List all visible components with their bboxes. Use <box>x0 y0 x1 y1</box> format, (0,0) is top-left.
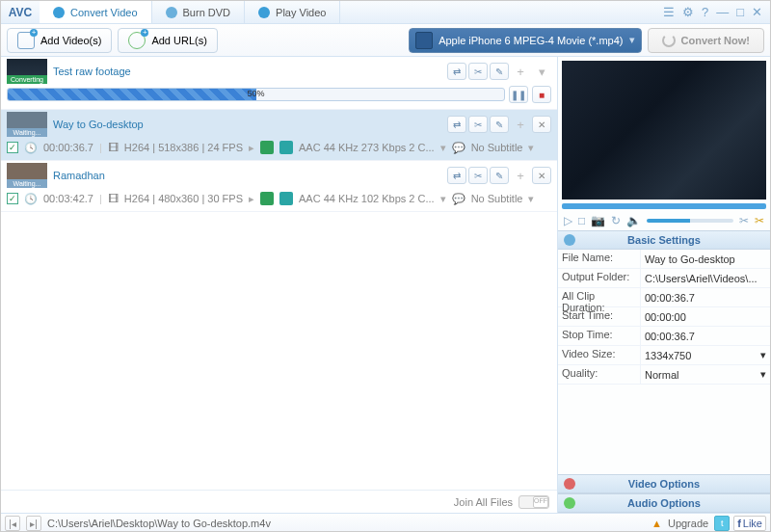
close-icon[interactable]: ✕ <box>752 5 762 19</box>
rotate-button[interactable]: ↻ <box>611 214 621 227</box>
swap-icon[interactable]: ⇄ <box>447 167 466 184</box>
play-button[interactable]: ▷ <box>564 214 572 227</box>
include-checkbox[interactable]: ✓ <box>7 142 18 153</box>
audio-options-header[interactable]: Audio Options <box>558 493 770 513</box>
remove-item-button[interactable]: ✕ <box>532 116 551 133</box>
output-profile-select[interactable]: Apple iPhone 6 MPEG-4 Movie (*.mp4) ▾ <box>409 28 641 53</box>
globe-icon: + <box>128 32 146 49</box>
audio-icon[interactable] <box>279 192 293 205</box>
gear-icon[interactable]: ⚙ <box>682 5 694 19</box>
item-title[interactable]: Way to Go-desktop <box>53 119 441 130</box>
setting-label: Quality: <box>558 365 641 384</box>
remove-item-button[interactable]: ✕ <box>532 167 551 184</box>
tab-label: Burn DVD <box>183 7 231 18</box>
snapshot-button[interactable]: 📷 <box>591 214 605 227</box>
button-label: Convert Now! <box>681 35 751 46</box>
twitter-button[interactable]: t <box>714 516 730 531</box>
video-size-select[interactable]: 1334x750▾ <box>641 346 770 364</box>
phone-icon[interactable] <box>260 192 274 205</box>
add-icon[interactable]: + <box>511 63 530 80</box>
duration-value: 00:00:36.7 <box>641 288 770 306</box>
tab-burn-dvd[interactable]: Burn DVD <box>152 1 246 23</box>
audio-dropdown[interactable]: ▾ <box>440 193 446 205</box>
subtitle-info: No Subtitle <box>471 193 523 204</box>
video-dropdown[interactable]: ▸ <box>249 142 254 154</box>
join-files-toggle[interactable]: OFF <box>518 495 549 509</box>
add-urls-button[interactable]: + Add URL(s) <box>118 28 217 53</box>
stop-button[interactable]: ■ <box>532 86 551 103</box>
maximize-icon[interactable]: □ <box>736 5 744 19</box>
help-icon[interactable]: ? <box>702 5 708 19</box>
subtitle-dropdown[interactable]: ▾ <box>528 142 534 154</box>
video-preview[interactable] <box>562 61 766 200</box>
volume-slider[interactable] <box>647 219 733 223</box>
video-dropdown[interactable]: ▸ <box>249 193 254 205</box>
wand-icon[interactable]: ✎ <box>490 116 509 133</box>
tab-convert-video[interactable]: Convert Video <box>40 1 152 23</box>
duration: 00:03:42.7 <box>43 193 93 204</box>
tab-play-video[interactable]: Play Video <box>245 1 340 23</box>
phone-icon[interactable] <box>260 141 274 154</box>
stop-button[interactable]: □ <box>578 214 585 227</box>
next-file-button[interactable]: ▸| <box>26 516 41 531</box>
setting-label: Video Size: <box>558 346 641 364</box>
setting-row: Video Size:1334x750▾ <box>558 346 770 365</box>
add-icon[interactable]: + <box>511 167 530 184</box>
seek-bar[interactable] <box>562 203 766 209</box>
chevron-down-icon: ▾ <box>760 368 766 381</box>
duration: 00:00:36.7 <box>43 142 93 153</box>
setting-row: File Name:Way to Go-desktop <box>558 250 770 269</box>
video-options-icon <box>564 478 575 490</box>
menu-icon[interactable]: ☰ <box>663 5 675 19</box>
setting-label: Start Time: <box>558 307 641 326</box>
mark-out-icon[interactable]: ✂ <box>755 214 764 227</box>
chevron-down-icon[interactable]: ▾ <box>532 63 551 80</box>
filename-field[interactable]: Way to Go-desktop <box>641 250 770 268</box>
refresh-icon <box>662 34 676 47</box>
cut-icon[interactable]: ✂ <box>468 63 488 80</box>
button-label: Add URL(s) <box>151 35 206 46</box>
subtitle-info: No Subtitle <box>471 142 523 153</box>
thumbnail[interactable]: Waiting... <box>7 112 47 137</box>
add-icon[interactable]: + <box>511 116 530 133</box>
status-badge: Waiting... <box>7 179 47 188</box>
mark-in-icon[interactable]: ✂ <box>739 214 749 227</box>
wand-icon[interactable]: ✎ <box>490 63 509 80</box>
pause-button[interactable]: ❚❚ <box>509 86 528 103</box>
subtitle-icon: 💬 <box>452 142 465 154</box>
audio-icon[interactable] <box>279 141 293 154</box>
thumbnail[interactable]: Converting <box>7 59 47 84</box>
wand-icon[interactable]: ✎ <box>490 167 509 184</box>
facebook-like-button[interactable]: f Like <box>733 516 766 531</box>
start-time-field[interactable]: 00:00:00 <box>641 307 770 326</box>
list-item[interactable]: Waiting... Ramadhan ⇄ ✂ ✎ + ✕ ✓ 🕓 00:03:… <box>1 161 557 212</box>
setting-label: All Clip Duration: <box>558 288 641 306</box>
cut-icon[interactable]: ✂ <box>468 167 488 184</box>
minimize-icon[interactable]: — <box>716 5 729 19</box>
convert-now-button[interactable]: Convert Now! <box>648 28 765 53</box>
thumbnail[interactable]: Waiting... <box>7 163 47 188</box>
stop-time-field[interactable]: 00:00:36.7 <box>641 327 770 345</box>
quality-select[interactable]: Normal▾ <box>641 365 770 384</box>
cut-icon[interactable]: ✂ <box>468 116 488 133</box>
subtitle-dropdown[interactable]: ▾ <box>528 193 534 205</box>
output-folder-field[interactable]: C:\Users\Ariel\Videos\... <box>641 269 770 287</box>
item-title[interactable]: Test raw footage <box>53 66 441 77</box>
setting-row: All Clip Duration:00:00:36.7 <box>558 288 770 307</box>
audio-dropdown[interactable]: ▾ <box>440 142 446 154</box>
basic-settings-header[interactable]: Basic Settings <box>558 230 770 250</box>
swap-icon[interactable]: ⇄ <box>447 63 466 80</box>
item-title[interactable]: Ramadhan <box>53 170 441 181</box>
upgrade-link[interactable]: Upgrade <box>668 518 708 529</box>
audio-options-icon <box>564 497 575 509</box>
include-checkbox[interactable]: ✓ <box>7 193 18 204</box>
list-item[interactable]: Waiting... Way to Go-desktop ⇄ ✂ ✎ + ✕ ✓… <box>1 110 557 161</box>
swap-icon[interactable]: ⇄ <box>447 116 466 133</box>
prev-file-button[interactable]: |◂ <box>5 516 20 531</box>
add-videos-button[interactable]: + Add Video(s) <box>7 28 112 53</box>
window-controls: ☰ ⚙ ? — □ ✕ <box>663 1 770 23</box>
audio-info: AAC 44 KHz 273 Kbps 2 C... <box>299 142 435 153</box>
setting-row: Quality:Normal▾ <box>558 365 770 385</box>
video-options-header[interactable]: Video Options <box>558 474 770 493</box>
mute-button[interactable]: 🔈 <box>626 214 641 227</box>
